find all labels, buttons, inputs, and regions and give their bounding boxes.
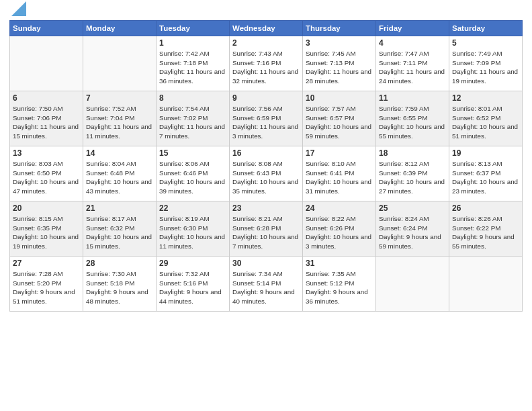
day-number: 6 [13, 93, 80, 103]
day-info: Sunrise: 7:54 AM Sunset: 7:02 PM Dayligh… [159, 104, 226, 141]
day-number: 15 [159, 148, 226, 158]
day-number: 25 [379, 203, 446, 213]
calendar-cell: 28Sunrise: 7:30 AM Sunset: 5:18 PM Dayli… [83, 257, 157, 312]
day-number: 27 [13, 259, 80, 268]
day-number: 24 [306, 203, 373, 213]
page: SundayMondayTuesdayWednesdayThursdayFrid… [0, 0, 532, 316]
day-info: Sunrise: 8:10 AM Sunset: 6:41 PM Dayligh… [306, 159, 373, 196]
calendar-cell: 25Sunrise: 8:24 AM Sunset: 6:24 PM Dayli… [376, 201, 449, 257]
calendar-cell: 4Sunrise: 7:47 AM Sunset: 7:11 PM Daylig… [376, 36, 449, 91]
calendar-cell: 1Sunrise: 7:42 AM Sunset: 7:18 PM Daylig… [157, 36, 230, 91]
week-row-1: 1Sunrise: 7:42 AM Sunset: 7:18 PM Daylig… [10, 36, 523, 91]
calendar-cell: 17Sunrise: 8:10 AM Sunset: 6:41 PM Dayli… [303, 146, 376, 201]
day-number: 29 [159, 259, 226, 268]
calendar-cell: 8Sunrise: 7:54 AM Sunset: 7:02 PM Daylig… [157, 91, 230, 146]
calendar-cell: 7Sunrise: 7:52 AM Sunset: 7:04 PM Daylig… [83, 91, 157, 146]
day-info: Sunrise: 7:49 AM Sunset: 7:09 PM Dayligh… [452, 49, 519, 86]
day-number: 2 [232, 38, 300, 48]
calendar-cell: 11Sunrise: 7:59 AM Sunset: 6:55 PM Dayli… [376, 91, 449, 146]
day-info: Sunrise: 8:26 AM Sunset: 6:22 PM Dayligh… [452, 214, 519, 251]
day-info: Sunrise: 8:08 AM Sunset: 6:43 PM Dayligh… [232, 159, 300, 196]
calendar-cell [449, 257, 523, 312]
day-info: Sunrise: 8:12 AM Sunset: 6:39 PM Dayligh… [379, 159, 446, 196]
day-number: 9 [232, 93, 300, 103]
calendar-cell: 29Sunrise: 7:32 AM Sunset: 5:16 PM Dayli… [157, 257, 230, 312]
day-number: 21 [86, 203, 153, 213]
day-number: 19 [452, 148, 519, 158]
calendar-cell: 13Sunrise: 8:03 AM Sunset: 6:50 PM Dayli… [10, 146, 83, 201]
calendar-cell: 15Sunrise: 8:06 AM Sunset: 6:46 PM Dayli… [157, 146, 230, 201]
calendar-cell [83, 36, 157, 91]
day-number: 8 [159, 93, 226, 103]
day-number: 1 [159, 38, 226, 48]
day-number: 12 [452, 93, 519, 103]
calendar-cell: 10Sunrise: 7:57 AM Sunset: 6:57 PM Dayli… [303, 91, 376, 146]
calendar-cell: 3Sunrise: 7:45 AM Sunset: 7:13 PM Daylig… [303, 36, 376, 91]
calendar-cell: 20Sunrise: 8:15 AM Sunset: 6:35 PM Dayli… [10, 201, 83, 257]
week-row-3: 13Sunrise: 8:03 AM Sunset: 6:50 PM Dayli… [10, 146, 523, 201]
day-info: Sunrise: 7:34 AM Sunset: 5:14 PM Dayligh… [232, 269, 300, 306]
day-info: Sunrise: 8:03 AM Sunset: 6:50 PM Dayligh… [13, 159, 80, 196]
day-number: 31 [306, 259, 373, 268]
day-number: 10 [306, 93, 373, 103]
calendar-cell: 2Sunrise: 7:43 AM Sunset: 7:16 PM Daylig… [230, 36, 303, 91]
weekday-header-sunday: Sunday [10, 21, 83, 36]
day-info: Sunrise: 8:06 AM Sunset: 6:46 PM Dayligh… [159, 159, 226, 196]
day-info: Sunrise: 8:04 AM Sunset: 6:48 PM Dayligh… [86, 159, 153, 196]
calendar-cell: 5Sunrise: 7:49 AM Sunset: 7:09 PM Daylig… [449, 36, 523, 91]
weekday-header-thursday: Thursday [303, 21, 376, 36]
day-info: Sunrise: 7:56 AM Sunset: 6:59 PM Dayligh… [232, 104, 300, 141]
weekday-header-friday: Friday [376, 21, 449, 36]
day-info: Sunrise: 7:30 AM Sunset: 5:18 PM Dayligh… [86, 269, 153, 306]
calendar-cell: 16Sunrise: 8:08 AM Sunset: 6:43 PM Dayli… [230, 146, 303, 201]
day-number: 14 [86, 148, 153, 158]
week-row-2: 6Sunrise: 7:50 AM Sunset: 7:06 PM Daylig… [10, 91, 523, 146]
day-number: 20 [13, 203, 80, 213]
day-info: Sunrise: 8:01 AM Sunset: 6:52 PM Dayligh… [452, 104, 519, 141]
week-row-4: 20Sunrise: 8:15 AM Sunset: 6:35 PM Dayli… [10, 201, 523, 257]
day-info: Sunrise: 7:43 AM Sunset: 7:16 PM Dayligh… [232, 49, 300, 86]
day-info: Sunrise: 7:52 AM Sunset: 7:04 PM Dayligh… [86, 104, 153, 141]
weekday-header-wednesday: Wednesday [230, 21, 303, 36]
day-info: Sunrise: 8:17 AM Sunset: 6:32 PM Dayligh… [86, 214, 153, 251]
calendar-cell: 30Sunrise: 7:34 AM Sunset: 5:14 PM Dayli… [230, 257, 303, 312]
calendar-cell: 24Sunrise: 8:22 AM Sunset: 6:26 PM Dayli… [303, 201, 376, 257]
day-info: Sunrise: 8:22 AM Sunset: 6:26 PM Dayligh… [306, 214, 373, 251]
logo [9, 7, 26, 16]
weekday-header-row: SundayMondayTuesdayWednesdayThursdayFrid… [10, 21, 523, 36]
calendar-cell: 9Sunrise: 7:56 AM Sunset: 6:59 PM Daylig… [230, 91, 303, 146]
calendar-cell: 21Sunrise: 8:17 AM Sunset: 6:32 PM Dayli… [83, 201, 157, 257]
calendar-cell: 26Sunrise: 8:26 AM Sunset: 6:22 PM Dayli… [449, 201, 523, 257]
day-info: Sunrise: 7:32 AM Sunset: 5:16 PM Dayligh… [159, 269, 226, 306]
day-info: Sunrise: 8:24 AM Sunset: 6:24 PM Dayligh… [379, 214, 446, 251]
day-number: 11 [379, 93, 446, 103]
calendar-table: SundayMondayTuesdayWednesdayThursdayFrid… [9, 20, 523, 312]
day-info: Sunrise: 7:35 AM Sunset: 5:12 PM Dayligh… [306, 269, 373, 306]
day-info: Sunrise: 7:28 AM Sunset: 5:20 PM Dayligh… [13, 269, 80, 306]
day-info: Sunrise: 7:42 AM Sunset: 7:18 PM Dayligh… [159, 49, 226, 86]
day-number: 13 [13, 148, 80, 158]
weekday-header-saturday: Saturday [449, 21, 523, 36]
svg-marker-0 [11, 1, 26, 16]
calendar-cell: 14Sunrise: 8:04 AM Sunset: 6:48 PM Dayli… [83, 146, 157, 201]
calendar-cell: 19Sunrise: 8:13 AM Sunset: 6:37 PM Dayli… [449, 146, 523, 201]
day-number: 26 [452, 203, 519, 213]
calendar-cell: 22Sunrise: 8:19 AM Sunset: 6:30 PM Dayli… [157, 201, 230, 257]
calendar-cell: 6Sunrise: 7:50 AM Sunset: 7:06 PM Daylig… [10, 91, 83, 146]
calendar-cell [10, 36, 83, 91]
day-info: Sunrise: 7:59 AM Sunset: 6:55 PM Dayligh… [379, 104, 446, 141]
calendar-cell: 18Sunrise: 8:12 AM Sunset: 6:39 PM Dayli… [376, 146, 449, 201]
calendar-cell: 23Sunrise: 8:21 AM Sunset: 6:28 PM Dayli… [230, 201, 303, 257]
day-number: 3 [306, 38, 373, 48]
weekday-header-tuesday: Tuesday [157, 21, 230, 36]
day-number: 5 [452, 38, 519, 48]
calendar-cell: 27Sunrise: 7:28 AM Sunset: 5:20 PM Dayli… [10, 257, 83, 312]
day-number: 17 [306, 148, 373, 158]
day-info: Sunrise: 7:45 AM Sunset: 7:13 PM Dayligh… [306, 49, 373, 86]
day-info: Sunrise: 8:15 AM Sunset: 6:35 PM Dayligh… [13, 214, 80, 251]
header [9, 7, 523, 16]
day-number: 22 [159, 203, 226, 213]
day-info: Sunrise: 7:50 AM Sunset: 7:06 PM Dayligh… [13, 104, 80, 141]
day-number: 23 [232, 203, 300, 213]
week-row-5: 27Sunrise: 7:28 AM Sunset: 5:20 PM Dayli… [10, 257, 523, 312]
